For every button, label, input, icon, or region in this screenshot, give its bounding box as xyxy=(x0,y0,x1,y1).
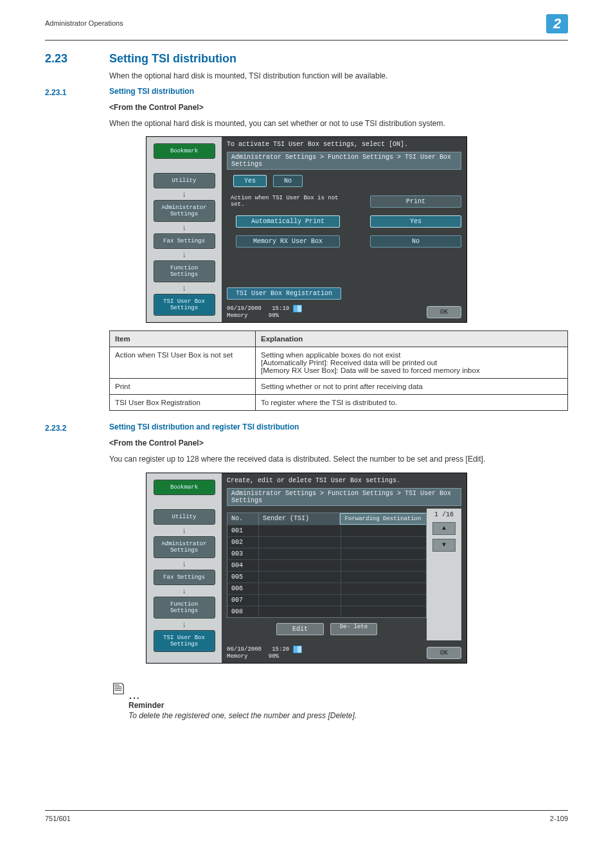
arrow-down-icon: ↓ xyxy=(182,251,186,258)
status-bar: 06/19/2008 15:20 Memory 90% xyxy=(227,646,302,660)
col-sender: Sender (TSI) xyxy=(259,513,340,525)
opt-action-label: Action when TSI User Box is not set. xyxy=(227,195,353,208)
list-item[interactable]: 006 xyxy=(227,583,426,594)
pager-sidebar: 1 /16 ▲ ▼ xyxy=(427,509,461,640)
memory-icon xyxy=(293,305,302,312)
chapter-badge: 2 xyxy=(546,14,568,33)
list-item[interactable]: 003 xyxy=(227,548,426,559)
explanation-table: Item Explanation Action when TSI User Bo… xyxy=(109,330,568,411)
note-icon xyxy=(109,682,127,701)
list-item[interactable]: 008 xyxy=(227,606,426,617)
table-row: Action when TSI User Box is not set Sett… xyxy=(110,347,568,379)
h2b-title: Setting TSI distribution and register TS… xyxy=(109,422,299,433)
opt-print-button[interactable]: Print xyxy=(370,195,461,208)
opt-yes-button[interactable]: Yes xyxy=(370,215,461,228)
status-bar: 06/19/2008 15:19 Memory 90% xyxy=(227,305,302,320)
panel-nav-sidebar-2: Bookmark Utility ↓ Administrator Setting… xyxy=(147,473,222,663)
tab-yes[interactable]: Yes xyxy=(233,175,267,187)
ok-button[interactable]: OK xyxy=(427,647,461,659)
delete-button[interactable]: De- lete xyxy=(330,623,377,635)
arrow-down-icon: ↓ xyxy=(182,224,186,231)
footer-left: 751/601 xyxy=(45,815,71,822)
screenshot-1: Bookmark Utility ↓ Administrator Setting… xyxy=(146,136,467,323)
h2b-number: 2.23.2 xyxy=(45,422,109,433)
table-row: TSI User Box Registration To register wh… xyxy=(110,395,568,411)
arrow-down-icon: ↓ xyxy=(182,191,186,197)
screenshot-2: Bookmark Utility ↓ Administrator Setting… xyxy=(146,473,467,664)
sub1-heading: <From the Control Panel> xyxy=(109,102,568,113)
page-indicator: 1 /16 xyxy=(434,511,454,518)
nav-tsi-user-box-settings[interactable]: TSI User Box Settings xyxy=(154,630,215,652)
list-item[interactable]: 001 xyxy=(227,525,426,536)
ellipsis-icon: ... xyxy=(127,691,141,701)
ok-button[interactable]: OK xyxy=(427,306,461,318)
list-item[interactable]: 005 xyxy=(227,571,426,583)
arrow-down-icon: ↓ xyxy=(182,285,186,291)
screen2-top-msg: Create, edit or delete TSI User Box sett… xyxy=(227,477,461,484)
h1-number: 2.23 xyxy=(45,52,109,66)
nav-bookmark[interactable]: Bookmark xyxy=(154,480,215,495)
page-down-button[interactable]: ▼ xyxy=(432,539,456,552)
tab-no[interactable]: No xyxy=(273,175,303,187)
arrow-down-icon: ↓ xyxy=(182,588,186,594)
reminder-text: To delete the registered one, select the… xyxy=(129,711,568,720)
arrow-down-icon: ↓ xyxy=(182,527,186,534)
opt-auto-print[interactable]: Automatically Print xyxy=(236,215,340,228)
nav-utility[interactable]: Utility xyxy=(154,173,215,188)
nav-fax-settings[interactable]: Fax Settings xyxy=(154,233,215,249)
memory-icon xyxy=(293,646,302,653)
nav-function-settings[interactable]: Function Settings xyxy=(154,597,215,619)
nav-function-settings[interactable]: Function Settings xyxy=(154,260,215,282)
nav-bookmark[interactable]: Bookmark xyxy=(154,143,215,159)
page-up-button[interactable]: ▲ xyxy=(432,522,456,535)
list-item[interactable]: 002 xyxy=(227,536,426,548)
screen1-top-msg: To activate TSI User Box settings, selec… xyxy=(227,141,461,148)
opt-memory-rx[interactable]: Memory RX User Box xyxy=(236,235,340,248)
nav-admin-settings[interactable]: Administrator Settings xyxy=(154,200,215,222)
arrow-down-icon: ↓ xyxy=(182,621,186,628)
nav-tsi-user-box-settings[interactable]: TSI User Box Settings xyxy=(154,294,215,316)
list-item[interactable]: 007 xyxy=(227,594,426,606)
th-explanation: Explanation xyxy=(256,331,568,347)
sub2-heading: <From the Control Panel> xyxy=(109,438,568,449)
nav-fax-settings[interactable]: Fax Settings xyxy=(154,570,215,585)
sub2-text: You can register up to 128 where the rec… xyxy=(109,454,568,465)
nav-utility[interactable]: Utility xyxy=(154,509,215,525)
sub1-text: When the optional hard disk is mounted, … xyxy=(109,118,568,129)
breadcrumb: Administrator Settings > Function Settin… xyxy=(227,488,461,506)
th-item: Item xyxy=(110,331,256,347)
nav-admin-settings[interactable]: Administrator Settings xyxy=(154,536,215,558)
col-no: No. xyxy=(227,513,259,525)
footer-right: 2-109 xyxy=(550,815,568,822)
breadcrumb: Administrator Settings > Function Settin… xyxy=(227,152,461,170)
h2a-title: Setting TSI distribution xyxy=(109,87,194,97)
intro-paragraph-1: When the optional hard disk is mounted, … xyxy=(109,71,568,82)
header-section: Administrator Operations xyxy=(45,19,123,27)
opt-no-button[interactable]: No xyxy=(370,235,461,248)
table-row: Print Setting whether or not to print af… xyxy=(110,379,568,395)
arrow-down-icon: ↓ xyxy=(182,561,186,567)
panel-nav-sidebar: Bookmark Utility ↓ Administrator Setting… xyxy=(147,137,222,322)
tsi-list: No. Sender (TSI) Forwarding Destination … xyxy=(227,512,427,618)
h1-title: Setting TSI distribution xyxy=(109,52,236,66)
h2a-number: 2.23.1 xyxy=(45,87,109,97)
col-destination[interactable]: Forwarding Destination xyxy=(340,513,426,525)
edit-button[interactable]: Edit xyxy=(276,623,324,635)
reminder-title: Reminder xyxy=(129,701,568,710)
tsi-user-box-registration-button[interactable]: TSI User Box Registration xyxy=(227,287,341,300)
list-item[interactable]: 004 xyxy=(227,559,426,571)
